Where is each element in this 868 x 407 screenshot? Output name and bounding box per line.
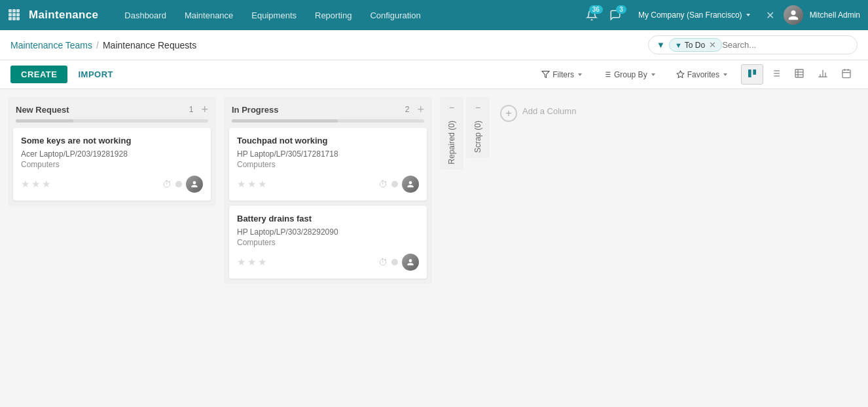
svg-rect-0 — [9, 9, 12, 12]
filter-tag-close-icon[interactable]: ✕ — [709, 40, 716, 50]
star-3[interactable]: ★ — [258, 178, 266, 190]
star-1[interactable]: ★ — [237, 256, 245, 268]
kanban-col-count-in-progress: 2 — [405, 105, 410, 114]
kanban-column-in-progress: In Progress 2 + Touchpad not working HP … — [224, 97, 432, 284]
card-footer: ★ ★ ★ ⏱ — [237, 254, 419, 271]
nav-links: Dashboard Maintenance Equipments Reporti… — [117, 7, 586, 24]
kanban-col-add-button[interactable]: + — [201, 104, 208, 115]
company-selector[interactable]: My Company (San Francisco) — [633, 8, 757, 22]
card-avatar — [402, 254, 419, 271]
card-title: Touchpad not working — [237, 136, 419, 145]
breadcrumb-parent[interactable]: Maintenance Teams — [10, 40, 92, 50]
star-rating[interactable]: ★ ★ ★ — [237, 178, 266, 190]
kanban-board: New Request 1 + Some keys are not workin… — [0, 89, 868, 406]
kanban-card[interactable]: Some keys are not working Acer Laptop/LP… — [13, 128, 211, 201]
svg-rect-3 — [9, 13, 12, 16]
nav-equipments[interactable]: Equipments — [244, 7, 304, 24]
chart-view-button[interactable] — [812, 64, 834, 85]
list-view-button[interactable] — [765, 64, 787, 85]
action-bar: CREATE IMPORT Filters Group By Favorites — [0, 60, 868, 89]
kanban-col-title-in-progress: In Progress — [232, 105, 400, 115]
star-2[interactable]: ★ — [247, 178, 256, 190]
kanban-col-add-button-in-progress[interactable]: + — [417, 104, 424, 115]
star-1[interactable]: ★ — [237, 178, 245, 190]
card-avatar — [186, 176, 203, 193]
kanban-cards-in-progress: Touchpad not working HP Laptop/LP/305/17… — [224, 128, 432, 284]
breadcrumb-separator: / — [96, 40, 99, 50]
svg-rect-6 — [9, 17, 12, 20]
kanban-col-progress — [16, 119, 208, 123]
card-footer: ★ ★ ★ ⏱ — [237, 176, 419, 193]
kanban-column-repaired[interactable]: − Repaired (0) — [440, 97, 463, 170]
card-meta: ⏱ — [378, 176, 419, 193]
messages-button[interactable]: 3 — [609, 9, 621, 21]
card-meta: ⏱ — [378, 254, 419, 271]
nav-reporting[interactable]: Reporting — [307, 7, 359, 24]
kanban-cards-new-request: Some keys are not working Acer Laptop/LP… — [8, 128, 216, 206]
kanban-col-progress-fill-in-progress — [232, 119, 338, 123]
kanban-card[interactable]: Battery drains fast HP Laptop/LP/303/282… — [229, 206, 427, 279]
star-3[interactable]: ★ — [42, 178, 50, 190]
collapse-icon-scrap[interactable]: − — [475, 102, 480, 113]
star-rating[interactable]: ★ ★ ★ — [21, 178, 50, 190]
collapse-icon-repaired[interactable]: − — [449, 102, 454, 113]
card-footer: ★ ★ ★ ⏱ — [21, 176, 203, 193]
kanban-column-scrap[interactable]: − Scrap (0) — [466, 97, 490, 158]
notifications-button[interactable]: 36 — [586, 9, 598, 21]
subheader: Maintenance Teams / Maintenance Requests… — [0, 30, 868, 60]
star-3[interactable]: ★ — [258, 256, 266, 268]
groupby-button[interactable]: Group By — [596, 66, 664, 83]
search-input[interactable] — [722, 40, 849, 50]
kanban-col-progress-in-progress — [232, 119, 424, 123]
user-name[interactable]: Mitchell Admin — [810, 10, 860, 20]
table-view-button[interactable] — [788, 64, 810, 85]
status-dot — [391, 181, 398, 187]
groupby-label: Group By — [614, 70, 647, 79]
card-subtitle: HP Laptop/LP/305/17281718 — [237, 149, 419, 159]
star-2[interactable]: ★ — [31, 178, 40, 190]
close-icon[interactable]: ✕ — [763, 7, 777, 24]
card-subtitle: HP Laptop/LP/303/28292090 — [237, 227, 419, 237]
create-button[interactable]: CREATE — [10, 66, 67, 83]
favorites-button[interactable]: Favorites — [669, 66, 736, 83]
filter-icon: ▼ — [657, 40, 665, 50]
filter-tag[interactable]: ▼ To Do ✕ — [669, 38, 722, 52]
clock-icon: ⏱ — [162, 179, 172, 189]
add-col-plus-icon: + — [500, 105, 517, 122]
kanban-col-title: New Request — [16, 105, 184, 115]
import-button[interactable]: IMPORT — [73, 66, 118, 83]
svg-rect-5 — [16, 13, 20, 16]
user-avatar[interactable] — [784, 5, 803, 25]
top-navigation: Maintenance Dashboard Maintenance Equipm… — [0, 0, 868, 30]
status-dot — [175, 181, 182, 187]
svg-marker-16 — [677, 71, 684, 77]
svg-rect-18 — [753, 69, 756, 75]
kanban-column-new-request: New Request 1 + Some keys are not workin… — [8, 97, 216, 206]
grid-icon[interactable] — [8, 9, 20, 22]
kanban-card[interactable]: Touchpad not working HP Laptop/LP/305/17… — [229, 128, 427, 201]
kanban-view-button[interactable] — [741, 64, 763, 85]
star-rating[interactable]: ★ ★ ★ — [237, 256, 266, 268]
breadcrumb: Maintenance Teams / Maintenance Requests — [10, 40, 643, 50]
svg-rect-7 — [12, 17, 16, 20]
card-category: Computers — [237, 160, 419, 169]
kanban-col-progress-fill — [16, 119, 73, 123]
favorites-label: Favorites — [687, 70, 719, 79]
card-subtitle: Acer Laptop/LP/203/19281928 — [21, 149, 203, 159]
star-1[interactable]: ★ — [21, 178, 29, 190]
calendar-view-button[interactable] — [835, 64, 858, 85]
star-2[interactable]: ★ — [247, 256, 256, 268]
svg-rect-1 — [12, 9, 16, 12]
add-column-button[interactable]: + Add a Column — [492, 97, 662, 128]
nav-maintenance[interactable]: Maintenance — [177, 7, 241, 24]
svg-rect-25 — [795, 69, 803, 77]
filters-button[interactable]: Filters — [534, 66, 590, 83]
filter-tag-label: To Do — [685, 41, 705, 50]
nav-dashboard[interactable]: Dashboard — [117, 7, 174, 24]
nav-configuration[interactable]: Configuration — [362, 7, 428, 24]
messages-badge: 3 — [616, 5, 626, 14]
card-avatar — [402, 176, 419, 193]
card-title: Battery drains fast — [237, 214, 419, 223]
collapsed-label-scrap: Scrap (0) — [473, 121, 482, 153]
add-col-label: Add a Column — [522, 104, 576, 116]
